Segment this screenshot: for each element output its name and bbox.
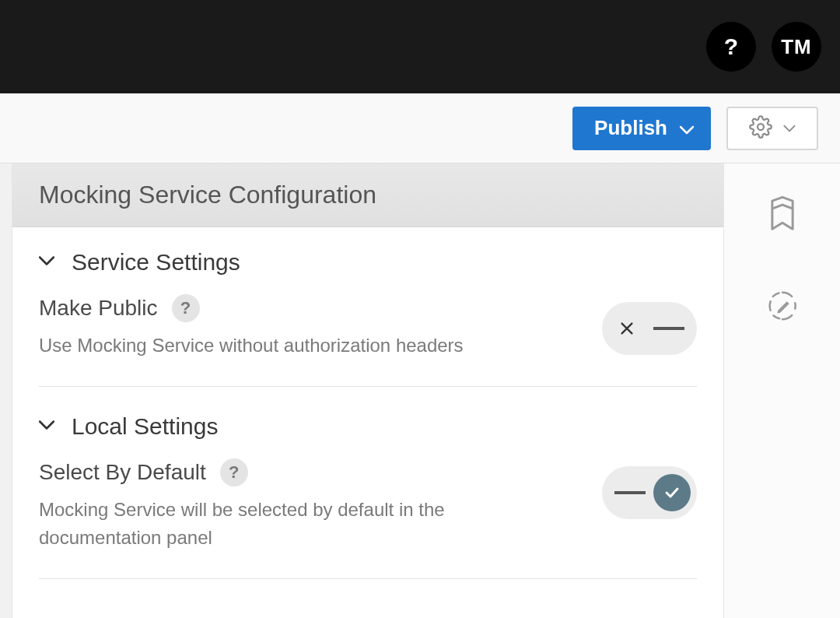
user-initials: TM [781,35,812,59]
panel-title: Mocking Service Configuration [12,163,723,227]
svg-point-0 [758,124,764,130]
publish-button[interactable]: Publish [572,107,711,150]
help-icon[interactable]: ? [220,458,248,486]
help-button[interactable]: ? [706,22,756,72]
chevron-down-icon [783,121,796,135]
setting-label: Make Public [39,296,158,321]
toggle-knob [608,310,646,347]
setting-description: Use Mocking Service without authorizatio… [39,332,537,360]
edit-gear-icon[interactable] [765,288,800,327]
toggle-track [653,327,684,330]
toggle-track [614,491,646,494]
chevron-down-icon [39,255,54,269]
toggle-select-by-default[interactable] [602,466,697,519]
section-title: Local Settings [72,413,218,440]
help-icon: ? [724,33,738,60]
help-icon[interactable]: ? [172,294,200,322]
publish-label: Publish [594,116,667,140]
setting-label: Select By Default [39,460,206,485]
section-title: Service Settings [72,249,240,276]
top-header: ? TM [0,0,840,93]
left-gutter [0,163,12,618]
panel-body: Service Settings Make Public ? Use Mocki… [12,227,723,579]
section-header-service-settings[interactable]: Service Settings [39,249,697,276]
settings-dropdown[interactable] [726,107,818,150]
right-rail [723,163,840,618]
setting-select-by-default: Select By Default ? Mocking Service will… [39,458,697,579]
bookmark-icon[interactable] [767,195,798,234]
main-area: Mocking Service Configuration Service Se… [0,163,840,618]
x-icon [618,320,635,337]
config-panel: Mocking Service Configuration Service Se… [12,163,723,618]
toggle-knob [653,474,691,511]
gear-icon [749,115,772,142]
section-header-local-settings[interactable]: Local Settings [39,413,697,440]
setting-make-public: Make Public ? Use Mocking Service withou… [39,294,697,387]
setting-info: Make Public ? Use Mocking Service withou… [39,294,602,360]
setting-description: Mocking Service will be selected by defa… [39,496,537,552]
check-icon [663,483,681,502]
chevron-down-icon [39,420,54,434]
action-toolbar: Publish [0,93,840,163]
setting-info: Select By Default ? Mocking Service will… [39,458,602,552]
toggle-make-public[interactable] [602,302,697,355]
chevron-down-icon [680,116,694,140]
user-avatar[interactable]: TM [772,22,821,72]
